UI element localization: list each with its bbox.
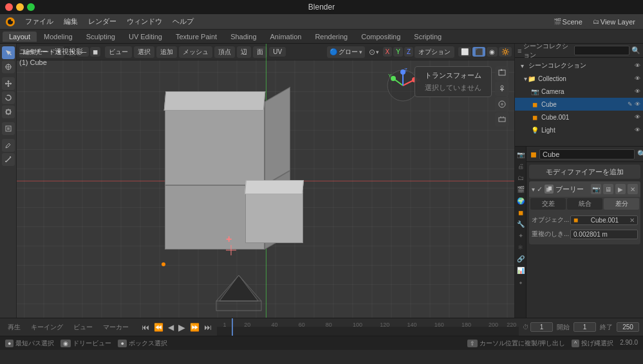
tool-annotate[interactable] — [2, 139, 15, 152]
cube-eye[interactable]: 👁 — [635, 101, 640, 107]
render-mode[interactable]: 🔆 — [499, 47, 512, 57]
object-prop-value[interactable]: ◼ Cube.001 ✕ — [570, 215, 638, 225]
scene-props-icon[interactable]: 🎬 — [516, 184, 526, 194]
tab-sculpting[interactable]: Sculpting — [80, 32, 122, 42]
object-prop-clear[interactable]: ✕ — [629, 217, 635, 224]
play-btn[interactable]: ▶ — [177, 322, 187, 332]
view-all[interactable] — [495, 113, 509, 127]
snap-label[interactable]: グロー — [339, 48, 358, 57]
outliner-cube-001[interactable]: ◼ Cube.001 👁 — [515, 111, 643, 123]
data-props-icon[interactable]: 📊 — [516, 265, 526, 275]
timeline-scrubber[interactable]: 1 20 40 60 80 100 120 140 160 180 200 22… — [217, 318, 519, 336]
select-menu[interactable]: 選択 — [134, 46, 154, 58]
collection-eye[interactable]: 👁 — [635, 75, 640, 82]
uv-menu[interactable]: UV — [269, 47, 286, 57]
physics-props-icon[interactable]: ⚛ — [516, 242, 526, 252]
tool-move[interactable] — [2, 77, 15, 90]
outliner-search[interactable] — [574, 46, 629, 55]
search-properties-icon[interactable]: 🔍 — [637, 150, 643, 158]
eye-icon[interactable]: 👁 — [635, 62, 640, 69]
step-back-btn[interactable]: ⏪ — [153, 323, 165, 332]
tab-animation[interactable]: Animation — [264, 32, 308, 42]
z-constraint[interactable]: Z — [404, 47, 413, 57]
step-forward-btn[interactable]: ⏩ — [189, 323, 201, 332]
menu-help[interactable]: ヘルプ — [168, 15, 198, 28]
keying-label[interactable]: キーイング — [27, 323, 67, 332]
walk-navigate[interactable] — [495, 82, 509, 96]
tab-compositing[interactable]: Compositing — [355, 32, 407, 42]
light-eye[interactable]: 👁 — [635, 127, 640, 133]
solid-mode[interactable]: ⬛ — [472, 47, 485, 57]
proportional-chevron[interactable]: ▾ — [376, 49, 379, 55]
world-props-icon[interactable]: 🌍 — [516, 196, 526, 206]
bool-render-toggle[interactable]: 📷 — [591, 184, 601, 194]
output-props-icon[interactable]: 🖨 — [516, 161, 526, 171]
edge-menu[interactable]: 辺 — [237, 46, 251, 58]
bool-tab-union[interactable]: 統合 — [567, 198, 602, 210]
window-controls[interactable] — [5, 3, 35, 11]
modifier-props-icon[interactable]: 🔧 — [516, 219, 526, 229]
jump-start-btn[interactable]: ⏮ — [140, 323, 151, 332]
add-modifier-label[interactable]: モディファイアーを追加 — [529, 165, 640, 179]
view-layer-label[interactable]: View Layer — [601, 18, 635, 26]
bool-viewport-toggle[interactable]: 🖥 — [603, 184, 613, 194]
x-constraint[interactable]: X — [383, 47, 393, 57]
add-modifier-btn[interactable]: モディファイアーを追加 — [529, 165, 640, 179]
tab-shading[interactable]: Shading — [224, 32, 263, 42]
outliner-collection[interactable]: ▾ 📁 Collection 👁 — [515, 72, 643, 85]
y-constraint[interactable]: Y — [393, 47, 403, 57]
maximize-button[interactable] — [27, 3, 35, 11]
tool-transform[interactable] — [2, 122, 15, 135]
outliner-cube[interactable]: ◼ Cube ✎ 👁 — [515, 98, 643, 111]
threshold-value[interactable]: 0.002801 m — [570, 230, 638, 239]
material-props-icon[interactable]: ⬥ — [516, 277, 526, 287]
bool-close-btn[interactable]: ✕ — [628, 184, 638, 194]
view-label[interactable]: ビュー — [70, 323, 97, 332]
snap-chevron[interactable]: ▾ — [359, 49, 362, 55]
object-props-icon[interactable]: ◼ — [516, 207, 526, 217]
menu-edit[interactable]: 編集 — [59, 15, 82, 28]
tool-rotate[interactable] — [2, 91, 15, 104]
outliner-filter-icon[interactable]: 🔍 — [631, 46, 640, 55]
play-label[interactable]: 再生 — [4, 323, 24, 332]
end-frame-input[interactable]: 250 — [617, 322, 639, 332]
toggle-camera-view[interactable] — [495, 66, 509, 80]
tab-scripting[interactable]: Scripting — [407, 32, 448, 42]
bool-tab-difference[interactable]: 差分 — [604, 198, 639, 210]
face-mode[interactable]: ◼ — [90, 47, 100, 57]
bool-apply-btn[interactable]: ▶ — [615, 184, 626, 194]
proportional-icon[interactable]: ⊙ — [369, 48, 375, 57]
add-menu[interactable]: 追加 — [156, 46, 177, 58]
tab-modeling[interactable]: Modeling — [37, 32, 79, 42]
particles-props-icon[interactable]: ✦ — [516, 230, 526, 241]
marker-label[interactable]: マーカー — [99, 323, 133, 332]
cube001-eye[interactable]: 👁 — [635, 114, 640, 120]
menu-render[interactable]: レンダー — [84, 15, 121, 28]
object-name-input[interactable]: Cube — [539, 149, 635, 159]
jump-end-btn[interactable]: ⏭ — [203, 323, 213, 332]
bool-expand-arrow[interactable]: ▾ — [532, 186, 535, 193]
tab-rendering[interactable]: Rendering — [308, 32, 354, 42]
view-layer-props-icon[interactable]: 🗂 — [516, 172, 526, 183]
mesh-menu[interactable]: メッシュ — [179, 46, 212, 58]
tool-measure[interactable] — [2, 153, 15, 166]
play-reverse-btn[interactable]: ◀ — [167, 323, 175, 332]
close-button[interactable] — [5, 3, 13, 11]
overlay-btn[interactable]: オプション — [415, 46, 454, 58]
menu-file[interactable]: ファイル — [21, 15, 58, 28]
minimize-button[interactable] — [16, 3, 24, 11]
current-frame-input[interactable]: 1 — [530, 322, 553, 332]
tab-layout[interactable]: Layout — [3, 32, 37, 42]
start-frame-input[interactable]: 1 — [573, 322, 596, 332]
render-props-icon[interactable]: 📷 — [516, 149, 526, 159]
material-mode[interactable]: ◉ — [487, 47, 498, 57]
bool-enabled-checkbox[interactable]: ✓ — [537, 185, 543, 194]
object-offset[interactable] — [495, 97, 509, 111]
tool-select[interactable] — [2, 46, 15, 59]
outliner-scene-collection[interactable]: ▾ シーンコレクション 👁 — [515, 59, 643, 72]
viewport[interactable]: 編集モード ▾ • — ◼ ビュー 選択 追加 メッシュ 頂点 辺 面 UV 🔵… — [17, 44, 514, 318]
bool-tab-intersect[interactable]: 交差 — [530, 198, 566, 210]
cube-edit-icon[interactable]: ✎ — [628, 101, 633, 107]
camera-eye[interactable]: 👁 — [635, 88, 640, 95]
view-menu[interactable]: ビュー — [105, 46, 132, 58]
